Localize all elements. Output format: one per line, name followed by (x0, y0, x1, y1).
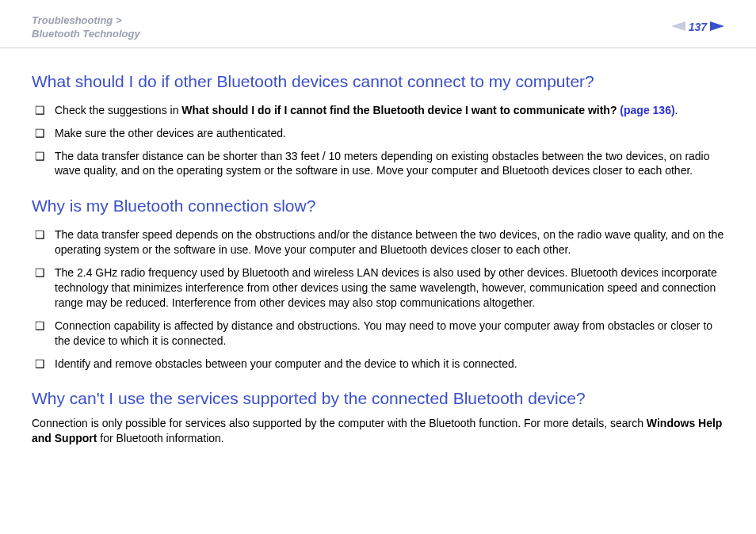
page-content: What should I do if other Bluetooth devi… (0, 48, 756, 475)
list-item: ❑ The data transfer speed depends on the… (32, 223, 724, 261)
list-item-text: The data transfer speed depends on the o… (55, 227, 724, 257)
page-number: 137 (689, 21, 707, 33)
section-heading: What should I do if other Bluetooth devi… (32, 72, 724, 91)
list-item: ❑ The data transfer distance can be shor… (32, 145, 724, 183)
bullet-icon: ❑ (35, 227, 45, 242)
page-header: Troubleshooting > Bluetooth Technology 1… (0, 0, 756, 48)
svg-marker-0 (671, 21, 685, 31)
list-item-text: Check the suggestions in What should I d… (55, 103, 724, 118)
text-span: Check the suggestions in (55, 104, 181, 116)
prev-page-icon[interactable] (671, 21, 685, 33)
next-page-icon[interactable] (710, 21, 724, 33)
bold-text: What should I do if I cannot find the Bl… (181, 104, 620, 116)
list-item-text: Make sure the other devices are authenti… (55, 126, 724, 141)
bullet-list: ❑ The data transfer speed depends on the… (32, 223, 724, 375)
svg-marker-1 (710, 21, 724, 31)
bullet-icon: ❑ (35, 149, 45, 164)
bullet-icon: ❑ (35, 357, 45, 372)
text-span: for Bluetooth information. (97, 432, 223, 444)
section-heading: Why is my Bluetooth connection slow? (32, 196, 724, 216)
bullet-icon: ❑ (35, 318, 45, 334)
bullet-icon: ❑ (35, 126, 45, 141)
page-link[interactable]: (page 136) (620, 104, 674, 116)
list-item-text: Connection capability is affected by dis… (55, 318, 724, 349)
text-span: . (675, 104, 678, 116)
list-item-text: The 2.4 GHz radio frequency used by Blue… (55, 265, 724, 311)
list-item: ❑ The 2.4 GHz radio frequency used by Bl… (32, 261, 724, 315)
list-item: ❑ Check the suggestions in What should I… (32, 99, 724, 122)
breadcrumb-line1: Troubleshooting > (32, 14, 140, 28)
list-item: ❑ Identify and remove obstacles between … (32, 353, 724, 376)
breadcrumb: Troubleshooting > Bluetooth Technology (32, 14, 140, 41)
bullet-icon: ❑ (35, 103, 45, 118)
bullet-icon: ❑ (35, 265, 45, 280)
bullet-list: ❑ Check the suggestions in What should I… (32, 99, 724, 183)
page-nav: 137 (671, 21, 724, 33)
breadcrumb-line2: Bluetooth Technology (32, 28, 140, 41)
list-item-text: Identify and remove obstacles between yo… (55, 357, 724, 372)
list-item: ❑ Connection capability is affected by d… (32, 315, 724, 353)
list-item: ❑ Make sure the other devices are authen… (32, 122, 724, 145)
text-span: Connection is only possible for services… (32, 417, 647, 429)
list-item-text: The data transfer distance can be shorte… (55, 149, 724, 179)
section-heading: Why can't I use the services supported b… (32, 389, 724, 408)
paragraph: Connection is only possible for services… (32, 416, 724, 446)
